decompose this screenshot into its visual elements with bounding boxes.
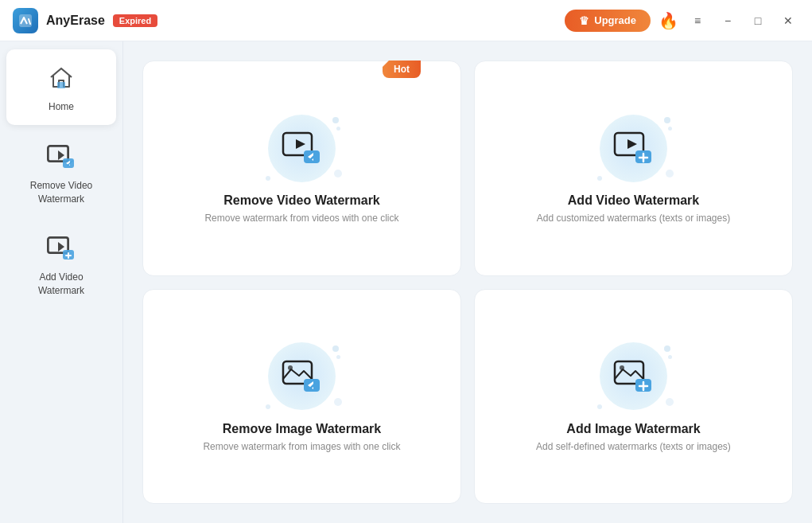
upgrade-label: Upgrade [594, 14, 636, 26]
card-remove-image-title: Remove Image Watermark [223, 422, 382, 436]
card-add-video-watermark[interactable]: Add Video Watermark Add customized water… [474, 60, 793, 276]
main-layout: Home Remove VideoWatermark [0, 41, 812, 523]
sidebar-item-home[interactable]: Home [6, 49, 116, 125]
crown-icon: ♛ [579, 14, 589, 27]
add-video-watermark-icon [44, 231, 79, 266]
card-remove-video-watermark[interactable]: Hot Remove Video Watermark Remove waterm… [142, 60, 461, 276]
minimize-button[interactable]: − [717, 10, 739, 32]
card-add-video-desc: Add customized watermarks (texts or imag… [537, 213, 730, 224]
card-add-image-title: Add Image Watermark [566, 422, 700, 436]
app-logo [13, 8, 38, 33]
card-remove-video-title: Remove Video Watermark [223, 193, 380, 208]
sidebar-remove-video-label: Remove VideoWatermark [30, 179, 93, 206]
hot-badge: Hot [383, 60, 421, 78]
add-image-watermark-card-icon [594, 341, 674, 412]
upgrade-button[interactable]: ♛ Upgrade [565, 10, 651, 32]
remove-video-watermark-card-icon [262, 112, 342, 184]
main-content: Hot Remove Video Watermark Remove waterm… [123, 41, 812, 523]
menu-button[interactable]: ≡ [686, 10, 709, 32]
card-add-image-desc: Add self-defined watermarks (texts or im… [536, 441, 731, 452]
app-name: AnyErase [46, 14, 105, 28]
maximize-button[interactable]: □ [747, 10, 769, 32]
remove-video-watermark-icon [44, 139, 79, 174]
card-add-video-title: Add Video Watermark [568, 193, 699, 208]
home-icon [44, 60, 79, 96]
card-add-image-watermark[interactable]: Add Image Watermark Add self-defined wat… [474, 289, 793, 505]
sidebar-item-remove-video[interactable]: Remove VideoWatermark [6, 128, 116, 217]
title-bar: AnyErase Expired ♛ Upgrade 🔥 ≡ − □ ✕ [0, 0, 812, 41]
svg-rect-1 [57, 82, 65, 88]
expired-badge: Expired [113, 14, 157, 27]
card-remove-image-desc: Remove watermark from images with one cl… [203, 441, 400, 452]
remove-image-watermark-card-icon [262, 341, 342, 412]
close-button[interactable]: ✕ [777, 10, 799, 32]
card-remove-image-watermark[interactable]: Remove Image Watermark Remove watermark … [142, 289, 461, 505]
sidebar-home-label: Home [49, 100, 74, 114]
card-remove-video-desc: Remove watermark from videos with one cl… [204, 213, 398, 224]
sidebar: Home Remove VideoWatermark [0, 41, 123, 523]
flame-icon: 🔥 [659, 11, 678, 30]
add-video-watermark-card-icon [594, 112, 674, 184]
title-bar-right: ♛ Upgrade 🔥 ≡ − □ ✕ [565, 10, 799, 32]
sidebar-add-video-label: Add VideoWatermark [38, 271, 84, 298]
title-bar-left: AnyErase Expired [13, 8, 157, 33]
sidebar-item-add-video[interactable]: Add VideoWatermark [6, 220, 116, 309]
